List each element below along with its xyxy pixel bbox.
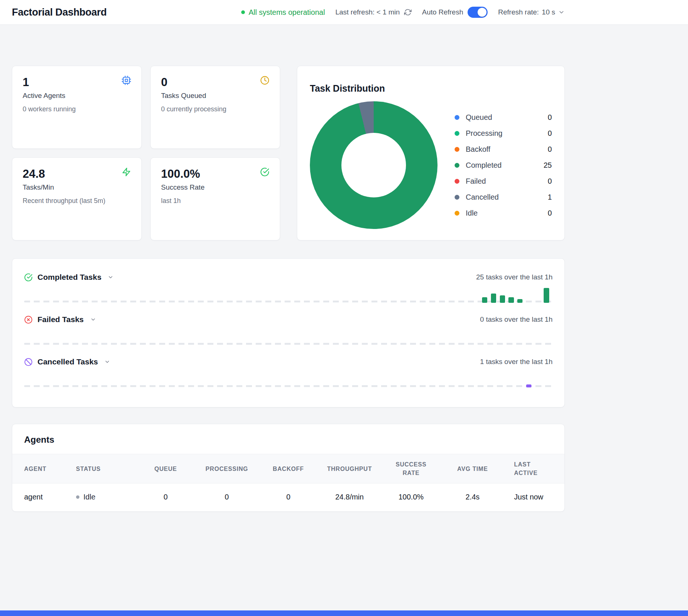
refresh-rate-select[interactable]: Refresh rate: 10 s <box>498 8 565 16</box>
legend-dot-icon <box>455 179 459 184</box>
header-controls: All systems operational Last refresh: < … <box>241 7 565 18</box>
status-badge: All systems operational <box>241 8 325 17</box>
spark-title: Failed Tasks <box>37 315 84 324</box>
column-header-throughput: THROUGHPUT <box>311 454 388 484</box>
stat-value: 0 <box>161 76 269 89</box>
auto-refresh: Auto Refresh <box>422 7 488 18</box>
donut-chart-wrap <box>310 101 438 229</box>
cpu-icon <box>122 76 131 85</box>
agent-success-rate-cell: 100.0% <box>388 484 434 511</box>
spark-head: Completed Tasks 25 tasks over the last 1… <box>24 273 553 282</box>
donut-chart <box>310 101 438 229</box>
check-circle-icon <box>260 167 269 177</box>
sparkline-bar <box>508 297 514 303</box>
chevron-down-icon <box>558 9 565 16</box>
toggle-knob <box>478 8 486 17</box>
header: Factorial Dashboard All systems operatio… <box>0 0 688 25</box>
legend-label: Queued <box>466 113 492 122</box>
agents-table-header-row: AGENT STATUS QUEUE PROCESSING BACKOFF TH… <box>12 454 564 484</box>
auto-refresh-toggle[interactable] <box>468 7 488 18</box>
sparkline-baseline <box>24 301 553 302</box>
column-header-success-rate: SUCCESS RATE <box>388 454 434 484</box>
column-header-queue: QUEUE <box>143 454 188 484</box>
stat-label: Success Rate <box>161 183 269 191</box>
legend-value: 25 <box>544 161 552 170</box>
agent-avg-time-cell: 2.4s <box>434 484 511 511</box>
sparkline-baseline <box>24 343 553 345</box>
chevron-down-icon[interactable] <box>108 274 114 280</box>
legend-label: Backoff <box>466 145 490 154</box>
legend-label: Processing <box>466 129 502 138</box>
agent-throughput-cell: 24.8/min <box>311 484 388 511</box>
x-circle-icon <box>24 315 33 324</box>
legend-label: Idle <box>466 209 478 217</box>
spark-row-failed: Failed Tasks 0 tasks over the last 1h <box>24 311 553 354</box>
stat-sub: 0 workers running <box>23 105 131 113</box>
agent-last-active-cell: Just now <box>511 484 564 511</box>
legend-item-cancelled: Cancelled 1 <box>455 193 552 201</box>
agent-backoff-cell: 0 <box>266 484 311 511</box>
column-header-agent: AGENT <box>12 454 73 484</box>
legend-label: Cancelled <box>466 193 499 201</box>
legend-dot-icon <box>455 163 459 168</box>
page-title: Factorial Dashboard <box>12 7 107 18</box>
legend-value: 1 <box>548 193 552 201</box>
refresh-icon[interactable] <box>404 9 412 16</box>
legend-dot-icon <box>455 147 459 152</box>
agents-table: AGENT STATUS QUEUE PROCESSING BACKOFF TH… <box>12 454 564 511</box>
legend-value: 0 <box>548 129 552 138</box>
sparkline-bar <box>517 299 522 303</box>
spark-head: Failed Tasks 0 tasks over the last 1h <box>24 315 553 324</box>
legend-dot-icon <box>455 115 459 120</box>
agent-queue-cell: 0 <box>143 484 188 511</box>
auto-refresh-label: Auto Refresh <box>422 8 463 16</box>
chevron-down-icon[interactable] <box>90 317 96 322</box>
status-text: All systems operational <box>249 8 325 17</box>
legend-value: 0 <box>548 177 552 186</box>
spark-row-completed: Completed Tasks 25 tasks over the last 1… <box>24 269 553 311</box>
stat-cards: 1 Active Agents 0 workers running 0 Task… <box>12 66 280 240</box>
sparkline-bar <box>544 288 549 303</box>
last-refresh: Last refresh: < 1 min <box>335 8 412 16</box>
column-header-status: STATUS <box>73 454 144 484</box>
column-header-avg-time: AVG TIME <box>434 454 511 484</box>
stat-label: Tasks/Min <box>23 183 131 191</box>
legend-value: 0 <box>548 209 552 217</box>
status-dot-icon <box>241 10 245 14</box>
bottom-accent-bar <box>0 610 688 616</box>
idle-dot-icon <box>76 495 79 499</box>
task-distribution-card: Task Distribution Queued 0 Processin <box>297 66 565 240</box>
donut-hole <box>341 133 406 197</box>
main-content: 1 Active Agents 0 workers running 0 Task… <box>12 25 565 512</box>
column-header-success-rate-text: SUCCESS RATE <box>396 460 427 477</box>
legend-dot-icon <box>455 195 459 200</box>
sparkline-bar <box>500 295 505 303</box>
spark-row-cancelled: Cancelled Tasks 1 tasks over the last 1h <box>24 354 553 396</box>
donut-legend: Queued 0 Processing 0 Backoff 0 <box>455 113 552 217</box>
legend-item-idle: Idle 0 <box>455 209 552 217</box>
refresh-rate-value: 10 s <box>542 8 555 16</box>
stat-card-active-agents: 1 Active Agents 0 workers running <box>12 66 142 149</box>
task-distribution-title: Task Distribution <box>310 83 552 94</box>
sparkline-bar <box>526 384 531 387</box>
column-header-last-active-text: LAST ACTIVE <box>514 460 545 477</box>
agent-status-cell: Idle <box>73 484 144 511</box>
spark-head: Cancelled Tasks 1 tasks over the last 1h <box>24 357 553 366</box>
stat-value: 1 <box>23 76 131 89</box>
agent-table-row: agent Idle 0 0 0 24.8/min 100.0% 2.4s Ju… <box>12 484 564 511</box>
refresh-rate-label: Refresh rate: <box>498 8 539 16</box>
stat-label: Active Agents <box>23 92 131 100</box>
sparkline-baseline <box>24 385 553 387</box>
agents-title: Agents <box>12 424 564 454</box>
stat-card-tasks-per-min: 24.8 Tasks/Min Recent throughput (last 5… <box>12 157 142 240</box>
chevron-down-icon[interactable] <box>104 359 110 365</box>
ban-icon <box>24 358 33 366</box>
check-circle-icon <box>24 273 33 282</box>
clock-icon <box>260 76 269 85</box>
spark-summary: 25 tasks over the last 1h <box>476 273 553 281</box>
legend-item-queued: Queued 0 <box>455 113 552 122</box>
stat-value: 100.0% <box>161 167 269 181</box>
legend-label: Completed <box>466 161 502 170</box>
cancelled-sparkline <box>24 371 553 388</box>
stat-label: Tasks Queued <box>161 92 269 100</box>
